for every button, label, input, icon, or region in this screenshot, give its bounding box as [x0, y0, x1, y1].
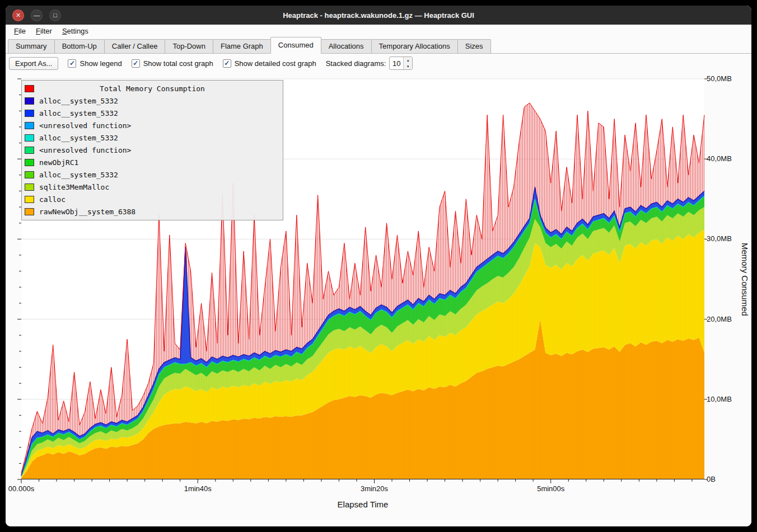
legend-swatch: [25, 183, 34, 191]
menu-item-file[interactable]: File: [9, 26, 31, 36]
tab-flame-graph[interactable]: Flame Graph: [213, 39, 271, 53]
minimize-button[interactable]: —: [31, 10, 43, 21]
tab-caller-callee[interactable]: Caller / Callee: [104, 39, 166, 53]
checkbox-box-icon[interactable]: ✓: [68, 59, 76, 68]
legend-item: alloc__system_5332: [22, 168, 283, 181]
maximize-button[interactable]: □: [49, 10, 61, 21]
legend-item: newObjRC1: [22, 156, 283, 168]
tab-top-down[interactable]: Top-Down: [165, 39, 213, 53]
checkbox-show-legend[interactable]: ✓Show legend: [68, 59, 122, 68]
spinbox-arrows: ▲▼: [403, 57, 412, 69]
legend-label: sqlite3MemMalloc: [39, 183, 109, 191]
legend-swatch: [25, 171, 34, 178]
checkbox-group: ✓Show legend✓Show total cost graph✓Show …: [68, 59, 316, 68]
tab-allocations[interactable]: Allocations: [321, 39, 372, 53]
legend-swatch-total: [25, 85, 34, 92]
y-tick-label: 10,0MB: [707, 395, 732, 403]
legend-swatch: [25, 134, 34, 142]
legend-label: newObjRC1: [39, 158, 78, 167]
stacked-diagrams-spinbox[interactable]: 10 ▲▼: [389, 57, 413, 70]
legend-item: <unresolved function>: [22, 119, 283, 131]
legend-swatch: [25, 208, 34, 215]
export-as-button[interactable]: Export As...: [9, 57, 58, 70]
y-axis-title: Memory Consumed: [740, 79, 750, 479]
checkbox-label: Show total cost graph: [143, 59, 213, 68]
tab-sizes[interactable]: Sizes: [457, 39, 491, 53]
y-tick-label: 30,0MB: [707, 234, 732, 243]
y-tick-label: 40,0MB: [707, 154, 732, 163]
checkbox-show-detailed-cost-graph[interactable]: ✓Show detailed cost graph: [223, 59, 316, 68]
y-tick-label: 20,0MB: [707, 315, 732, 323]
legend-item: calloc: [22, 193, 283, 205]
legend-label: <unresolved function>: [39, 121, 131, 130]
window-title: Heaptrack - heaptrack.wakunode.1.gz — He…: [6, 11, 751, 20]
checkbox-box-icon[interactable]: ✓: [223, 59, 231, 68]
legend-title: Total Memory Consumption: [39, 84, 265, 93]
menu-item-settings[interactable]: Settings: [57, 26, 94, 36]
window-controls: ✕—□: [12, 10, 61, 21]
legend-swatch: [25, 122, 34, 129]
checkbox-label: Show legend: [80, 59, 122, 68]
legend-label: rawNewObj__system_6388: [39, 208, 135, 216]
stacked-diagrams-value[interactable]: 10: [390, 57, 403, 69]
legend-item: sqlite3MemMalloc: [22, 181, 283, 193]
x-tick-label: 1min40s: [184, 484, 212, 493]
legend-label: calloc: [39, 195, 66, 204]
chart-legend: Total Memory Consumptionalloc__system_53…: [21, 80, 283, 220]
spinbox-down-icon[interactable]: ▼: [404, 63, 412, 69]
titlebar: ✕—□ Heaptrack - heaptrack.wakunode.1.gz …: [6, 6, 751, 25]
x-axis-title: Elapsed Time: [21, 500, 704, 509]
tab-bottom-up[interactable]: Bottom-Up: [54, 39, 105, 53]
menubar: FileFilterSettings: [6, 25, 751, 37]
consumed-chart: Total Memory Consumptionalloc__system_53…: [6, 73, 751, 526]
stacked-diagrams-label: Stacked diagrams:: [326, 59, 386, 68]
legend-swatch: [25, 159, 34, 166]
spinbox-up-icon[interactable]: ▲: [404, 57, 412, 63]
menu-item-filter[interactable]: Filter: [31, 26, 57, 36]
tab-summary[interactable]: Summary: [8, 39, 55, 53]
legend-item: alloc__system_5332: [22, 131, 283, 144]
legend-item: rawNewObj__system_6388: [22, 205, 283, 218]
x-tick-label: 5min00s: [537, 484, 564, 493]
legend-swatch: [25, 110, 34, 117]
legend-label: alloc__system_5332: [39, 171, 118, 179]
checkbox-box-icon[interactable]: ✓: [132, 59, 140, 68]
legend-swatch: [25, 147, 34, 154]
legend-label: <unresolved function>: [39, 146, 131, 154]
legend-swatch: [25, 97, 34, 105]
legend-title-row: Total Memory Consumption: [22, 82, 283, 95]
stacked-diagrams-control: Stacked diagrams: 10 ▲▼: [326, 57, 413, 70]
x-tick-label: 3min20s: [361, 484, 388, 493]
legend-label: alloc__system_5332: [39, 109, 118, 117]
heaptrack-window: ✕—□ Heaptrack - heaptrack.wakunode.1.gz …: [6, 6, 751, 526]
x-tick-label: 00.000s: [8, 484, 34, 493]
legend-item: <unresolved function>: [22, 144, 283, 156]
y-tick-label: 0B: [707, 475, 716, 483]
legend-label: alloc__system_5332: [39, 97, 118, 105]
toolbar: Export As... ✓Show legend✓Show total cos…: [6, 54, 751, 73]
tab-consumed[interactable]: Consumed: [270, 37, 321, 54]
legend-item: alloc__system_5332: [22, 95, 283, 107]
checkbox-label: Show detailed cost graph: [235, 59, 316, 68]
tabbar: SummaryBottom-UpCaller / CalleeTop-DownF…: [6, 37, 751, 54]
checkbox-show-total-cost-graph[interactable]: ✓Show total cost graph: [132, 59, 213, 68]
y-tick-label: 50,0MB: [707, 74, 732, 83]
close-button[interactable]: ✕: [12, 10, 24, 21]
legend-label: alloc__system_5332: [39, 134, 118, 142]
legend-swatch: [25, 196, 34, 203]
legend-item: alloc__system_5332: [22, 107, 283, 119]
tab-temporary-allocations[interactable]: Temporary Allocations: [371, 39, 458, 53]
